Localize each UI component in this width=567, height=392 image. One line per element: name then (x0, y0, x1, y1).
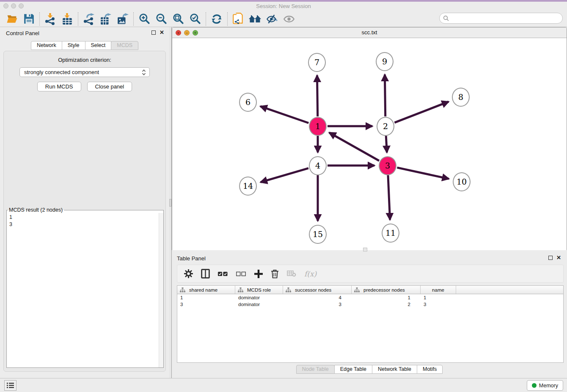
cell-mcds-role[interactable]: dominator (235, 294, 283, 301)
graph-node-8[interactable]: 8 (452, 88, 470, 107)
open-session-button[interactable] (3, 12, 20, 26)
cell-shared-name[interactable]: 1 (177, 294, 235, 301)
graph-node-9[interactable]: 9 (376, 52, 394, 71)
cell-successor-nodes[interactable]: 3 (283, 301, 352, 308)
edge-2-3[interactable] (386, 136, 387, 152)
edge-3-1[interactable] (329, 133, 379, 160)
hide-selected-button[interactable] (264, 12, 281, 26)
graph-node-3[interactable]: 3 (379, 156, 396, 175)
deselect-all-columns-button[interactable] (236, 271, 246, 276)
show-hidden-button[interactable] (281, 12, 297, 26)
tab-node-table[interactable]: Node Table (296, 365, 335, 374)
column-header-predecessor-nodes[interactable]: predecessor nodes (352, 286, 421, 294)
edge-1-6[interactable] (260, 106, 308, 123)
graph-node-15[interactable]: 15 (309, 225, 327, 244)
cell-shared-name[interactable]: 3 (177, 301, 235, 308)
app-window-title: Session: New Session (0, 3, 567, 9)
checked-boxes-icon (218, 271, 228, 276)
zoom-out-button[interactable] (153, 12, 170, 26)
search-box[interactable] (439, 13, 563, 24)
graph-node-11[interactable]: 11 (382, 224, 399, 243)
close-panel-icon[interactable]: ✕ (556, 256, 561, 260)
new-network-from-selection-button[interactable] (230, 12, 247, 26)
cell-successor-nodes[interactable]: 4 (283, 294, 352, 301)
edge-3-10[interactable] (397, 168, 449, 179)
tab-network-table[interactable]: Network Table (372, 365, 417, 374)
graph-node-4[interactable]: 4 (309, 156, 327, 175)
first-neighbors-button[interactable] (247, 12, 264, 26)
function-builder-button[interactable]: f(x) (304, 270, 317, 278)
edge-2-9[interactable] (385, 75, 385, 116)
network-edges-svg[interactable] (172, 38, 567, 250)
select-all-columns-button[interactable] (218, 271, 228, 276)
cell-mcds-role[interactable]: dominator (235, 301, 283, 308)
tab-network[interactable]: Network (31, 41, 62, 50)
export-table-button[interactable] (97, 12, 114, 26)
cell-name[interactable]: 1 (421, 294, 456, 301)
column-layout-button[interactable] (201, 269, 210, 279)
column-header-name[interactable]: name (421, 286, 456, 294)
mcds-result-lines: 13 (7, 213, 163, 367)
criterion-value: strongly connected component (24, 69, 142, 75)
column-header-mcds-role[interactable]: MCDS role (235, 286, 283, 294)
column-header-successor-nodes[interactable]: successor nodes (283, 286, 352, 294)
fit-content-button[interactable] (170, 12, 187, 26)
save-floppy-icon (24, 14, 34, 24)
graph-node-1[interactable]: 1 (309, 117, 327, 136)
edge-3-11[interactable] (388, 175, 390, 220)
export-image-button[interactable] (114, 12, 131, 26)
tab-select[interactable]: Select (85, 41, 112, 50)
splitter-handle[interactable] (169, 199, 171, 207)
float-panel-icon[interactable] (151, 30, 156, 35)
cell-name[interactable]: 3 (421, 301, 456, 308)
memory-label: Memory (539, 383, 558, 389)
memory-button[interactable]: Memory (527, 380, 563, 391)
run-mcds-button[interactable]: Run MCDS (37, 82, 81, 91)
edge-2-8[interactable] (394, 102, 449, 122)
graph-node-2[interactable]: 2 (377, 117, 394, 136)
fit-selected-button[interactable] (187, 12, 204, 26)
network-window-titlebar: × − + scc.txt (172, 28, 567, 38)
open-folder-icon (6, 14, 18, 24)
column-tree-icon (286, 287, 291, 293)
trash-icon (271, 269, 279, 279)
result-scrollbar[interactable] (159, 213, 163, 367)
tab-mcds[interactable]: MCDS (111, 41, 138, 50)
task-history-button[interactable] (4, 380, 17, 391)
memory-status-icon (532, 383, 537, 388)
column-header-shared-name[interactable]: shared name (177, 286, 235, 294)
tab-motifs[interactable]: Motifs (417, 365, 443, 374)
graph-node-10[interactable]: 10 (453, 172, 471, 191)
graph-node-6[interactable]: 6 (239, 93, 257, 112)
import-network-button[interactable] (42, 12, 59, 26)
table-row[interactable]: 1dominator411 (177, 294, 563, 301)
tab-style[interactable]: Style (62, 41, 85, 50)
criterion-select[interactable]: strongly connected component (19, 67, 150, 77)
zoom-in-button[interactable] (136, 12, 153, 26)
edge-1-7[interactable] (317, 75, 317, 116)
close-panel-icon[interactable]: ✕ (160, 30, 164, 35)
close-panel-button[interactable]: Close panel (87, 82, 132, 91)
cell-predecessor-nodes[interactable]: 1 (352, 294, 421, 301)
zoom-selected-icon (189, 13, 201, 25)
float-panel-icon[interactable] (548, 256, 553, 260)
search-icon (443, 15, 449, 21)
graph-node-14[interactable]: 14 (239, 177, 257, 196)
save-session-button[interactable] (20, 12, 37, 26)
export-network-button[interactable] (80, 12, 97, 26)
toolbar-separator (206, 12, 206, 26)
network-resize-handle[interactable] (363, 248, 367, 251)
tab-edge-table[interactable]: Edge Table (334, 365, 372, 374)
edge-4-14[interactable] (261, 168, 308, 182)
graph-node-7[interactable]: 7 (308, 53, 326, 72)
network-canvas[interactable]: 1234678910111415 (172, 38, 567, 250)
delete-column-button[interactable] (271, 269, 279, 279)
search-input[interactable] (451, 15, 559, 21)
delete-table-button[interactable] (287, 271, 296, 277)
table-settings-button[interactable] (184, 269, 193, 278)
import-table-button[interactable] (59, 12, 76, 26)
apply-layout-button[interactable] (208, 12, 225, 26)
add-column-button[interactable] (254, 270, 263, 278)
cell-predecessor-nodes[interactable]: 2 (352, 301, 421, 308)
table-row[interactable]: 3dominator323 (177, 301, 563, 308)
